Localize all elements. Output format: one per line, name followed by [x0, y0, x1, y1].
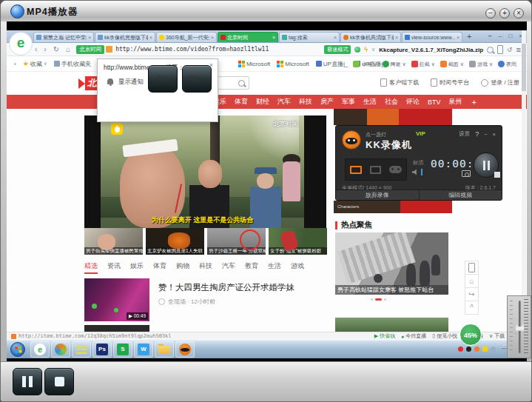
- nav-more-button[interactable]: +: [472, 98, 477, 107]
- discard-recording-button[interactable]: 放弃录像: [336, 190, 420, 200]
- hot-news-image-partial[interactable]: [335, 318, 448, 332]
- browser-tab[interactable]: 紫禁之巅 记忆中荣耀×: [33, 32, 94, 42]
- taskbar-folder-icon[interactable]: [155, 341, 174, 358]
- browser-tab[interactable]: view-source:www...×: [402, 32, 462, 42]
- login-register-link[interactable]: 登录 / 注册: [481, 78, 519, 87]
- related-video-thumb[interactable]: 北京驴友被困悬崖1人失联: [146, 228, 204, 255]
- site-badge[interactable]: 北京时间: [76, 45, 104, 54]
- tab-close-icon[interactable]: ×: [88, 35, 91, 40]
- minimize-button[interactable]: −: [485, 8, 496, 19]
- back-icon[interactable]: ‹: [35, 45, 37, 53]
- search-icon[interactable]: [487, 47, 494, 53]
- extension-button[interactable]: 小屏∨: [353, 61, 377, 68]
- favorites-menu[interactable]: ★收藏∨: [23, 60, 47, 68]
- new-tab-button[interactable]: +: [467, 32, 471, 41]
- forward-icon[interactable]: ›: [44, 45, 46, 53]
- video-display[interactable]: e 紫禁之巅 记忆中荣耀× kk录像机完整版下载× 360导航_新一代安全上网×…: [7, 21, 527, 361]
- pause-button[interactable]: [13, 368, 42, 395]
- download-file-name[interactable]: Kkcapture_V2.6.1.7_XiTongZhiJia.zip: [379, 47, 483, 53]
- category-tab[interactable]: 生活: [268, 261, 281, 274]
- page-scrollbar[interactable]: [522, 30, 526, 332]
- chevron-down-icon[interactable]: ∨: [371, 47, 375, 53]
- speed-mode-badge[interactable]: 极速模式: [324, 45, 351, 54]
- category-tab[interactable]: 教育: [245, 261, 258, 274]
- deny-button[interactable]: 禁止: [182, 65, 212, 93]
- bookmark-item[interactable]: Microsoft: [238, 61, 270, 67]
- category-tab[interactable]: 体育: [153, 261, 166, 274]
- scrollbar-thumb[interactable]: [522, 44, 526, 91]
- category-tab[interactable]: 科技: [199, 261, 212, 274]
- browser-tab[interactable]: tag:搜索×: [279, 32, 340, 42]
- browser-tab[interactable]: kk录像机完整版下载×: [95, 32, 155, 42]
- tray-icon[interactable]: [458, 346, 463, 352]
- taskbar-spreadsheet-icon[interactable]: S: [113, 341, 132, 358]
- nav-item[interactable]: 军事: [342, 97, 355, 107]
- carousel-dots[interactable]: [371, 298, 386, 301]
- extension-button[interactable]: 截图∨: [440, 61, 464, 68]
- phone-icon[interactable]: [497, 45, 503, 54]
- ad-banner-bottom[interactable]: Characters: [334, 201, 452, 213]
- undo-icon[interactable]: ↺: [507, 46, 513, 53]
- status-item[interactable]: ▶快省钱: [374, 332, 395, 340]
- tab-close-icon[interactable]: ×: [272, 35, 275, 40]
- status-item[interactable]: ∨下载: [489, 332, 505, 340]
- tray-shield-icon[interactable]: [482, 346, 488, 352]
- vip-badge[interactable]: VIP: [416, 130, 425, 137]
- publisher-platform-link[interactable]: 时间号平台: [431, 78, 469, 87]
- category-tab-active[interactable]: 精选: [84, 261, 98, 274]
- browser-maximize-button[interactable]: □: [508, 33, 512, 39]
- kk-help-button[interactable]: ?: [475, 130, 479, 138]
- taskbar-app-icon[interactable]: [51, 341, 70, 358]
- browser-tab-active[interactable]: 北京时间×: [218, 32, 278, 42]
- extension-button[interactable]: 网银∨: [383, 61, 406, 68]
- nav-item[interactable]: 财经: [256, 97, 269, 107]
- url-text[interactable]: http://www.btime.com/video?from=haozl1tl…: [115, 46, 269, 53]
- category-tab[interactable]: 游戏: [291, 261, 304, 274]
- nav-item[interactable]: 评论: [406, 97, 420, 107]
- allow-button[interactable]: 允许: [148, 65, 178, 93]
- start-button[interactable]: [10, 342, 25, 357]
- tray-qq-icon[interactable]: [466, 346, 471, 352]
- bookmark-item[interactable]: 手机收藏夹: [54, 60, 91, 68]
- taskbar-notes-icon[interactable]: [72, 341, 91, 358]
- adblock-icon[interactable]: [354, 47, 360, 53]
- search-icon[interactable]: [238, 80, 245, 87]
- menu-icon[interactable]: ≡: [516, 45, 521, 54]
- edit-video-button[interactable]: 编辑视频: [420, 190, 502, 200]
- related-video-thumb[interactable]: 男子街头晕倒直播被民警拖走: [84, 228, 143, 255]
- speaker-icon[interactable]: [412, 169, 419, 175]
- nav-item[interactable]: 科技: [299, 97, 312, 107]
- tab-close-icon[interactable]: ×: [211, 35, 214, 40]
- taskbar-browser-icon[interactable]: e: [30, 341, 50, 358]
- nav-item[interactable]: BTV: [428, 98, 441, 106]
- related-video-thumb[interactable]: 男子沙霸王横一年 分获双楼: [207, 228, 266, 255]
- taskbar-kk-icon[interactable]: [175, 341, 195, 358]
- game-mode-icon[interactable]: [389, 166, 402, 173]
- refresh-icon[interactable]: ↻: [53, 45, 59, 53]
- category-tab[interactable]: 资讯: [107, 261, 121, 274]
- browser-tab[interactable]: 360导航_新一代安全上网×: [156, 32, 217, 42]
- ad-banner-top[interactable]: [334, 109, 452, 125]
- kk-minimize-button[interactable]: −: [484, 131, 487, 138]
- browser-tab[interactable]: kk录像机高清版下载×: [340, 32, 401, 42]
- category-tab[interactable]: 购物: [176, 261, 189, 274]
- maximize-button[interactable]: +: [499, 8, 510, 19]
- fullscreen-mode-icon[interactable]: [350, 166, 362, 174]
- hot-news-image[interactable]: 男子高铁站猛踹女乘客 被怒推下站台: [335, 232, 448, 295]
- nav-item[interactable]: 体育: [235, 97, 248, 107]
- kk-settings-button[interactable]: 设置: [459, 130, 470, 138]
- stop-button[interactable]: [44, 368, 74, 395]
- category-tab[interactable]: 娱乐: [130, 261, 144, 274]
- embedded-video-player[interactable]: 北京时间 为什么要离开 这里是不是公共场合: [84, 115, 326, 228]
- taskbar-word-icon[interactable]: W: [134, 341, 153, 358]
- category-tab[interactable]: 汽车: [222, 261, 235, 274]
- app-download-link[interactable]: 客户端下载: [380, 78, 419, 87]
- related-video-thumb[interactable]: 女子扮“仙女”被驱吸粉群: [269, 228, 327, 255]
- bookmark-item[interactable]: Microsoft: [277, 61, 309, 67]
- bookmark-item[interactable]: UP直播|_: [316, 60, 349, 68]
- tray-icon[interactable]: [474, 346, 479, 352]
- status-item[interactable]: ●今日直播: [401, 332, 426, 340]
- home-button[interactable]: ⌂: [465, 274, 479, 288]
- volume-slider-popup[interactable]: [507, 295, 531, 358]
- download-progress-badge[interactable]: 45%: [459, 324, 482, 346]
